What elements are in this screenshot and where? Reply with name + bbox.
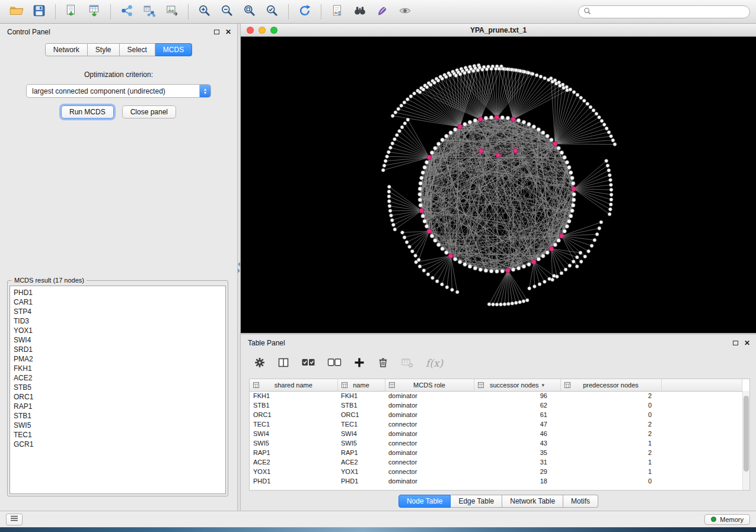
create-column-button[interactable] bbox=[353, 357, 365, 370]
table-row[interactable]: FKH1FKH1dominator962 bbox=[250, 391, 742, 400]
delete-column-button[interactable] bbox=[377, 357, 389, 370]
scrollbar-thumb[interactable] bbox=[744, 396, 749, 472]
share-document-icon bbox=[331, 4, 344, 19]
table-row[interactable]: PHD1PHD1dominator180 bbox=[250, 476, 742, 486]
style-button[interactable] bbox=[372, 2, 393, 21]
mcds-result-item[interactable]: RAP1 bbox=[14, 402, 225, 411]
export-network-button[interactable] bbox=[139, 2, 160, 21]
tab-motifs[interactable]: Motifs bbox=[563, 495, 598, 508]
tab-select[interactable]: Select bbox=[120, 43, 155, 56]
status-bar: Memory bbox=[0, 511, 756, 527]
collapse-right-icon[interactable] bbox=[238, 268, 240, 273]
table-row[interactable]: ORC1ORC1dominator610 bbox=[250, 410, 742, 419]
mcds-result-item[interactable]: STB1 bbox=[14, 411, 225, 421]
close-panel-icon[interactable]: ✕ bbox=[744, 340, 750, 346]
tab-edge-table[interactable]: Edge Table bbox=[451, 495, 502, 508]
toolbar-separator bbox=[110, 4, 111, 20]
zoom-out-button[interactable] bbox=[216, 2, 238, 21]
mcds-result-item[interactable]: SRD1 bbox=[14, 345, 225, 354]
mcds-result-item[interactable]: FKH1 bbox=[14, 364, 225, 373]
delete-table-icon bbox=[401, 357, 414, 370]
open-session-button[interactable] bbox=[6, 2, 27, 21]
share-document-button[interactable] bbox=[327, 2, 348, 21]
function-builder-button[interactable]: f(x) bbox=[426, 357, 443, 369]
mcds-result-list[interactable]: PHD1CAR1STP4TID3YOX1SWI4SRD1PMA2FKH1ACE2… bbox=[9, 286, 226, 494]
mcds-result-item[interactable]: TEC1 bbox=[14, 430, 225, 440]
network-canvas[interactable] bbox=[241, 37, 756, 333]
sort-descending-icon: ▾ bbox=[542, 382, 545, 388]
table-settings-button[interactable] bbox=[254, 357, 266, 370]
table-row[interactable]: SWI5SWI5connector431 bbox=[250, 438, 742, 448]
refresh-layout-button[interactable] bbox=[294, 2, 315, 21]
table-row[interactable]: RAP1RAP1dominator352 bbox=[250, 448, 742, 457]
float-panel-icon[interactable] bbox=[733, 341, 738, 345]
export-image-button[interactable] bbox=[161, 2, 183, 21]
column-header-shared-name[interactable]: shared name bbox=[250, 379, 337, 391]
close-window-icon[interactable] bbox=[247, 27, 254, 34]
gear-icon bbox=[254, 357, 266, 370]
close-panel-icon[interactable]: ✕ bbox=[225, 29, 231, 35]
mcds-result-item[interactable]: PMA2 bbox=[14, 354, 225, 364]
tab-node-table[interactable]: Node Table bbox=[398, 495, 451, 508]
tab-style[interactable]: Style bbox=[88, 43, 120, 56]
table-row[interactable]: ACE2ACE2connector311 bbox=[250, 457, 742, 467]
node-table-container: shared name name MCDS role successor nod… bbox=[249, 379, 750, 491]
table-row[interactable]: STB1STB1dominator620 bbox=[250, 400, 742, 410]
select-all-columns-button[interactable] bbox=[301, 358, 315, 369]
minimize-window-icon[interactable] bbox=[259, 27, 266, 34]
zoom-fit-button[interactable] bbox=[239, 2, 260, 21]
select-stepper-icon: ▲▼ bbox=[199, 85, 210, 97]
open-folder-icon bbox=[9, 4, 24, 19]
mcds-result-item[interactable]: GCR1 bbox=[14, 440, 225, 449]
zoom-selected-button[interactable] bbox=[261, 2, 283, 21]
import-network-button[interactable] bbox=[61, 2, 82, 21]
selected-criterion-value: largest connected component (undirected) bbox=[27, 87, 199, 95]
deselect-all-columns-button[interactable] bbox=[327, 358, 342, 369]
mcds-result-item[interactable]: SWI5 bbox=[14, 421, 225, 430]
task-history-button[interactable] bbox=[6, 514, 23, 525]
new-network-button[interactable] bbox=[116, 2, 138, 21]
delete-table-button[interactable] bbox=[401, 357, 414, 370]
table-row[interactable]: SWI4SWI4dominator462 bbox=[250, 429, 742, 438]
tab-network[interactable]: Network bbox=[45, 43, 88, 56]
find-button[interactable] bbox=[349, 2, 371, 21]
maximize-window-icon[interactable] bbox=[270, 27, 277, 34]
zoom-in-button[interactable] bbox=[194, 2, 215, 21]
column-header-mcds-role[interactable]: MCDS role bbox=[385, 379, 474, 391]
float-panel-icon[interactable] bbox=[214, 30, 219, 34]
column-grid-icon bbox=[389, 382, 395, 389]
show-hide-button[interactable] bbox=[394, 2, 416, 21]
fx-icon: f(x) bbox=[426, 357, 443, 369]
mcds-result-item[interactable]: STB5 bbox=[14, 383, 225, 392]
show-columns-button[interactable] bbox=[277, 357, 289, 370]
table-scrollbar[interactable] bbox=[742, 391, 749, 490]
column-grid-icon bbox=[564, 382, 570, 389]
column-header-predecessor-nodes[interactable]: predecessor nodes bbox=[560, 379, 661, 391]
import-table-button[interactable] bbox=[84, 2, 105, 21]
table-row[interactable]: YOX1YOX1connector291 bbox=[250, 467, 742, 476]
tab-mcds[interactable]: MCDS bbox=[155, 43, 192, 56]
run-mcds-button[interactable]: Run MCDS bbox=[61, 105, 114, 118]
mcds-result-item[interactable]: SWI4 bbox=[14, 335, 225, 345]
close-panel-button[interactable]: Close panel bbox=[122, 105, 176, 118]
column-header-successor-nodes[interactable]: successor nodes▾ bbox=[474, 379, 560, 391]
mcds-result-item[interactable]: TID3 bbox=[14, 316, 225, 326]
mcds-result-item[interactable]: CAR1 bbox=[14, 297, 225, 307]
mcds-result-item[interactable]: STP4 bbox=[14, 307, 225, 316]
column-header-name[interactable]: name bbox=[337, 379, 385, 391]
mcds-result-title: MCDS result (17 nodes) bbox=[12, 277, 87, 284]
mcds-result-item[interactable]: ACE2 bbox=[14, 373, 225, 383]
save-session-button[interactable] bbox=[28, 2, 50, 21]
control-panel-tabs: Network Style Select MCDS bbox=[0, 43, 237, 56]
memory-button[interactable]: Memory bbox=[704, 514, 750, 525]
mcds-result-groupbox: MCDS result (17 nodes) PHD1CAR1STP4TID3Y… bbox=[7, 277, 228, 496]
search-input[interactable] bbox=[595, 8, 745, 16]
table-row[interactable]: TEC1TEC1connector472 bbox=[250, 419, 742, 429]
tab-network-table[interactable]: Network Table bbox=[502, 495, 563, 508]
optimization-criterion-select[interactable]: largest connected component (undirected)… bbox=[26, 84, 211, 98]
mcds-result-item[interactable]: PHD1 bbox=[14, 288, 225, 297]
mcds-result-item[interactable]: YOX1 bbox=[14, 326, 225, 335]
node-table: shared name name MCDS role successor nod… bbox=[250, 379, 742, 486]
mcds-result-item[interactable]: ORC1 bbox=[14, 392, 225, 402]
collapse-left-icon[interactable] bbox=[238, 262, 240, 267]
